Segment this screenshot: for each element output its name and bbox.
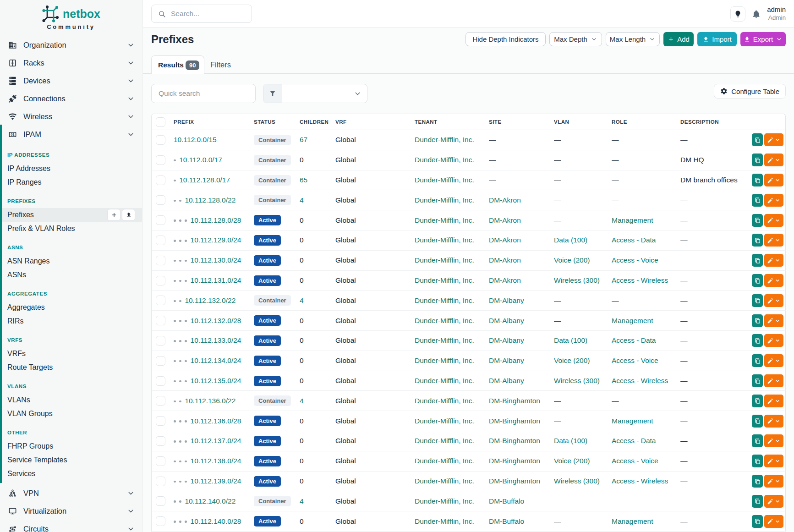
svg-text:01: 01 — [11, 133, 15, 137]
